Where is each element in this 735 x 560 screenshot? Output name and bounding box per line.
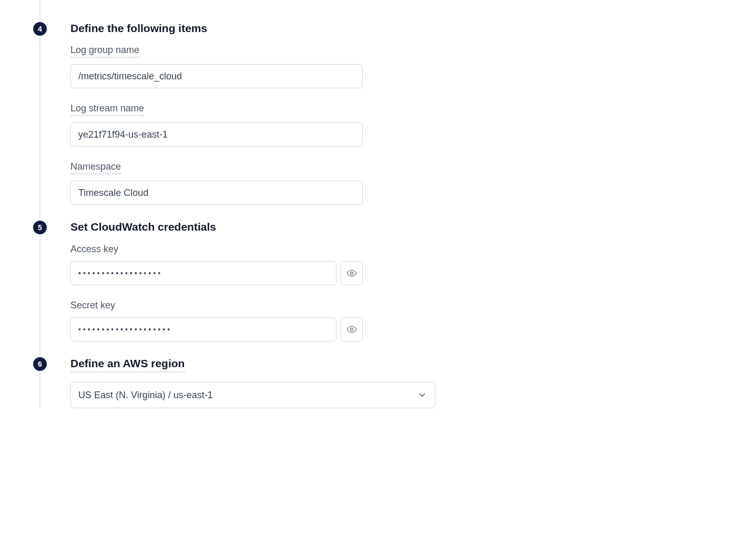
region-select[interactable]: US East (N. Virginia) / us-east-1 <box>70 382 435 408</box>
access-key-input[interactable] <box>70 261 336 285</box>
step-6: 6 Define an AWS region US East (N. Virgi… <box>40 356 706 408</box>
namespace-label: Namespace <box>70 161 121 174</box>
log-group-input[interactable] <box>70 64 363 88</box>
step-5: 5 Set CloudWatch credentials Access key … <box>40 220 706 341</box>
svg-point-1 <box>351 328 353 330</box>
field-log-stream: Log stream name <box>70 103 363 147</box>
namespace-input[interactable] <box>70 181 363 205</box>
secret-key-input[interactable] <box>70 317 336 341</box>
field-secret-key: Secret key <box>70 300 363 341</box>
field-access-key: Access key <box>70 244 363 285</box>
secret-key-label: Secret key <box>70 300 115 311</box>
field-region: US East (N. Virginia) / us-east-1 <box>70 382 435 408</box>
eye-icon <box>346 324 357 335</box>
access-key-label: Access key <box>70 244 118 255</box>
log-stream-input[interactable] <box>70 122 363 147</box>
step-badge-4: 4 <box>33 22 47 36</box>
field-namespace: Namespace <box>70 161 363 205</box>
step-5-title: Set CloudWatch credentials <box>70 220 706 234</box>
eye-icon <box>346 268 357 278</box>
toggle-access-key-visibility[interactable] <box>341 261 363 285</box>
step-6-title: Define an AWS region <box>70 356 185 372</box>
step-badge-6: 6 <box>33 357 47 371</box>
step-4: 4 Define the following items Log group n… <box>40 21 706 205</box>
step-badge-5: 5 <box>33 221 47 234</box>
log-group-label: Log group name <box>70 45 139 58</box>
log-stream-label: Log stream name <box>70 103 144 116</box>
step-4-title: Define the following items <box>70 21 706 35</box>
field-log-group: Log group name <box>70 45 363 88</box>
svg-point-0 <box>351 272 353 274</box>
toggle-secret-key-visibility[interactable] <box>341 317 363 341</box>
